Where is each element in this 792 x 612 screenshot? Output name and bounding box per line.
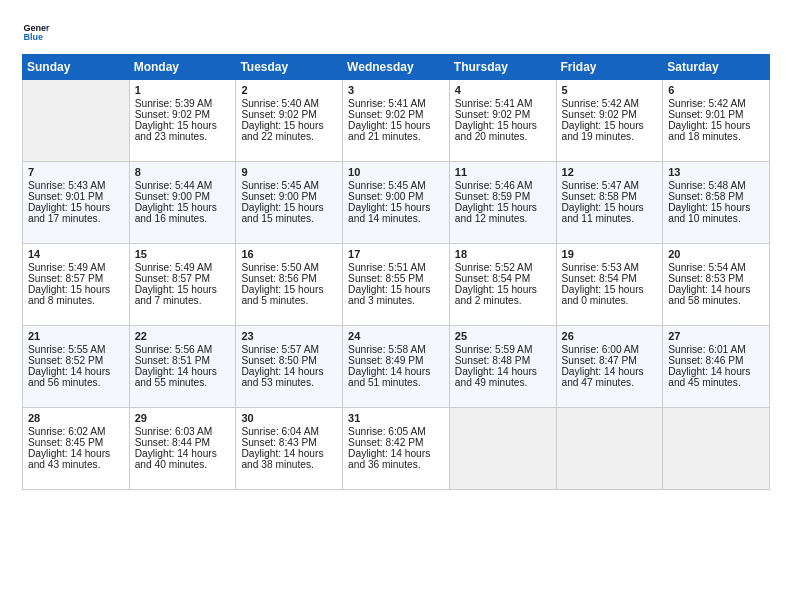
- day-number: 24: [348, 330, 444, 342]
- header-cell-wednesday: Wednesday: [343, 55, 450, 80]
- daylight: Daylight: 14 hours and 49 minutes.: [455, 366, 537, 388]
- day-number: 17: [348, 248, 444, 260]
- header-cell-monday: Monday: [129, 55, 236, 80]
- daylight: Daylight: 15 hours and 10 minutes.: [668, 202, 750, 224]
- sunrise: Sunrise: 5:50 AM: [241, 262, 319, 273]
- day-number: 27: [668, 330, 764, 342]
- sunrise: Sunrise: 5:49 AM: [135, 262, 213, 273]
- sunrise: Sunrise: 5:45 AM: [241, 180, 319, 191]
- day-number: 4: [455, 84, 551, 96]
- day-number: 30: [241, 412, 337, 424]
- sunset: Sunset: 8:44 PM: [135, 437, 210, 448]
- sunrise: Sunrise: 6:04 AM: [241, 426, 319, 437]
- daylight: Daylight: 15 hours and 15 minutes.: [241, 202, 323, 224]
- week-row-2: 7 Sunrise: 5:43 AM Sunset: 9:01 PM Dayli…: [23, 162, 770, 244]
- daylight: Daylight: 14 hours and 51 minutes.: [348, 366, 430, 388]
- week-row-3: 14 Sunrise: 5:49 AM Sunset: 8:57 PM Dayl…: [23, 244, 770, 326]
- sunrise: Sunrise: 5:59 AM: [455, 344, 533, 355]
- sunset: Sunset: 9:01 PM: [668, 109, 743, 120]
- day-number: 8: [135, 166, 231, 178]
- sunrise: Sunrise: 6:03 AM: [135, 426, 213, 437]
- calendar-cell: 23 Sunrise: 5:57 AM Sunset: 8:50 PM Dayl…: [236, 326, 343, 408]
- day-number: 16: [241, 248, 337, 260]
- sunset: Sunset: 8:45 PM: [28, 437, 103, 448]
- calendar-cell: 2 Sunrise: 5:40 AM Sunset: 9:02 PM Dayli…: [236, 80, 343, 162]
- daylight: Daylight: 15 hours and 8 minutes.: [28, 284, 110, 306]
- calendar-cell: 8 Sunrise: 5:44 AM Sunset: 9:00 PM Dayli…: [129, 162, 236, 244]
- svg-text:General: General: [23, 23, 50, 33]
- daylight: Daylight: 14 hours and 55 minutes.: [135, 366, 217, 388]
- calendar-cell: 21 Sunrise: 5:55 AM Sunset: 8:52 PM Dayl…: [23, 326, 130, 408]
- daylight: Daylight: 15 hours and 17 minutes.: [28, 202, 110, 224]
- header-cell-friday: Friday: [556, 55, 663, 80]
- calendar-cell: 19 Sunrise: 5:53 AM Sunset: 8:54 PM Dayl…: [556, 244, 663, 326]
- sunset: Sunset: 9:00 PM: [135, 191, 210, 202]
- calendar-cell: 17 Sunrise: 5:51 AM Sunset: 8:55 PM Dayl…: [343, 244, 450, 326]
- daylight: Daylight: 15 hours and 12 minutes.: [455, 202, 537, 224]
- calendar-cell: 12 Sunrise: 5:47 AM Sunset: 8:58 PM Dayl…: [556, 162, 663, 244]
- day-number: 21: [28, 330, 124, 342]
- sunset: Sunset: 9:00 PM: [348, 191, 423, 202]
- sunrise: Sunrise: 5:48 AM: [668, 180, 746, 191]
- day-number: 25: [455, 330, 551, 342]
- sunset: Sunset: 8:47 PM: [562, 355, 637, 366]
- sunset: Sunset: 8:51 PM: [135, 355, 210, 366]
- sunrise: Sunrise: 5:55 AM: [28, 344, 106, 355]
- daylight: Daylight: 15 hours and 23 minutes.: [135, 120, 217, 142]
- sunrise: Sunrise: 5:54 AM: [668, 262, 746, 273]
- svg-text:Blue: Blue: [23, 32, 43, 42]
- daylight: Daylight: 14 hours and 45 minutes.: [668, 366, 750, 388]
- sunset: Sunset: 8:43 PM: [241, 437, 316, 448]
- header-row: SundayMondayTuesdayWednesdayThursdayFrid…: [23, 55, 770, 80]
- sunset: Sunset: 8:57 PM: [135, 273, 210, 284]
- sunrise: Sunrise: 5:44 AM: [135, 180, 213, 191]
- sunset: Sunset: 9:01 PM: [28, 191, 103, 202]
- sunrise: Sunrise: 5:43 AM: [28, 180, 106, 191]
- sunrise: Sunrise: 5:49 AM: [28, 262, 106, 273]
- sunset: Sunset: 9:00 PM: [241, 191, 316, 202]
- day-number: 10: [348, 166, 444, 178]
- logo-icon: General Blue: [22, 18, 50, 46]
- logo: General Blue: [22, 18, 54, 46]
- calendar-cell: 30 Sunrise: 6:04 AM Sunset: 8:43 PM Dayl…: [236, 408, 343, 490]
- day-number: 20: [668, 248, 764, 260]
- daylight: Daylight: 15 hours and 3 minutes.: [348, 284, 430, 306]
- day-number: 5: [562, 84, 658, 96]
- sunrise: Sunrise: 5:58 AM: [348, 344, 426, 355]
- sunrise: Sunrise: 5:52 AM: [455, 262, 533, 273]
- calendar-cell: 26 Sunrise: 6:00 AM Sunset: 8:47 PM Dayl…: [556, 326, 663, 408]
- daylight: Daylight: 14 hours and 47 minutes.: [562, 366, 644, 388]
- calendar-cell: 4 Sunrise: 5:41 AM Sunset: 9:02 PM Dayli…: [449, 80, 556, 162]
- daylight: Daylight: 14 hours and 56 minutes.: [28, 366, 110, 388]
- calendar-cell: [23, 80, 130, 162]
- calendar-cell: [449, 408, 556, 490]
- sunrise: Sunrise: 5:46 AM: [455, 180, 533, 191]
- daylight: Daylight: 14 hours and 43 minutes.: [28, 448, 110, 470]
- sunset: Sunset: 8:54 PM: [562, 273, 637, 284]
- daylight: Daylight: 14 hours and 53 minutes.: [241, 366, 323, 388]
- day-number: 31: [348, 412, 444, 424]
- sunset: Sunset: 9:02 PM: [348, 109, 423, 120]
- header-cell-thursday: Thursday: [449, 55, 556, 80]
- calendar-cell: 27 Sunrise: 6:01 AM Sunset: 8:46 PM Dayl…: [663, 326, 770, 408]
- header-cell-tuesday: Tuesday: [236, 55, 343, 80]
- day-number: 26: [562, 330, 658, 342]
- sunrise: Sunrise: 5:39 AM: [135, 98, 213, 109]
- daylight: Daylight: 14 hours and 38 minutes.: [241, 448, 323, 470]
- calendar-cell: 22 Sunrise: 5:56 AM Sunset: 8:51 PM Dayl…: [129, 326, 236, 408]
- week-row-4: 21 Sunrise: 5:55 AM Sunset: 8:52 PM Dayl…: [23, 326, 770, 408]
- sunrise: Sunrise: 5:56 AM: [135, 344, 213, 355]
- header: General Blue: [22, 18, 770, 46]
- sunrise: Sunrise: 5:57 AM: [241, 344, 319, 355]
- daylight: Daylight: 15 hours and 21 minutes.: [348, 120, 430, 142]
- sunset: Sunset: 8:52 PM: [28, 355, 103, 366]
- day-number: 2: [241, 84, 337, 96]
- header-cell-sunday: Sunday: [23, 55, 130, 80]
- sunset: Sunset: 8:58 PM: [668, 191, 743, 202]
- calendar-cell: 7 Sunrise: 5:43 AM Sunset: 9:01 PM Dayli…: [23, 162, 130, 244]
- calendar-cell: 10 Sunrise: 5:45 AM Sunset: 9:00 PM Dayl…: [343, 162, 450, 244]
- sunset: Sunset: 9:02 PM: [455, 109, 530, 120]
- sunrise: Sunrise: 5:41 AM: [455, 98, 533, 109]
- calendar-table: SundayMondayTuesdayWednesdayThursdayFrid…: [22, 54, 770, 490]
- daylight: Daylight: 15 hours and 0 minutes.: [562, 284, 644, 306]
